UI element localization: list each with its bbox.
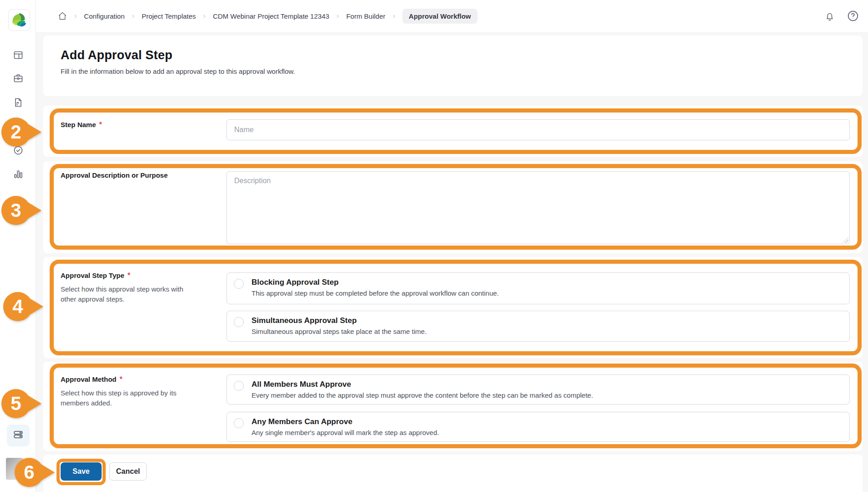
topbar-actions (824, 0, 859, 32)
save-button[interactable]: Save (61, 462, 102, 481)
page-header-card: Add Approval Step Fill in the informatio… (43, 36, 863, 96)
option-title: All Members Must Approve (252, 380, 351, 389)
radio-button-icon[interactable] (234, 279, 244, 289)
sidebar-item-reports-icon[interactable] (13, 169, 24, 179)
description-label: Approval Description or Purpose (61, 171, 211, 179)
sidebar-item-dashboard-icon[interactable] (13, 50, 24, 61)
breadcrumb-item-configuration[interactable]: Configuration (84, 12, 124, 20)
required-asterisk: * (120, 375, 123, 383)
radio-option-all-members-must-approve[interactable]: All Members Must Approve Every member ad… (226, 374, 850, 405)
topbar: › Configuration › Project Templates › CD… (0, 0, 868, 32)
description-textarea[interactable] (226, 171, 850, 244)
server-stack-icon (12, 429, 24, 442)
radio-button-icon[interactable] (234, 418, 244, 428)
radio-option-blocking-approval-step[interactable]: Blocking Approval Step This approval ste… (226, 272, 850, 304)
notifications-bell-icon[interactable] (824, 10, 835, 21)
section-description: Approval Description or Purpose (43, 161, 863, 253)
breadcrumb-item-template-name[interactable]: CDM Webinar Project Template 12343 (213, 12, 329, 20)
step-name-label: Step Name* (61, 121, 211, 129)
option-title: Blocking Approval Step (252, 278, 339, 287)
chevron-right-icon: › (393, 12, 395, 20)
option-description: Any single member's approval will mark t… (252, 429, 439, 436)
sidebar-item-projects-icon[interactable] (13, 73, 24, 84)
section-approval-method: Approval Method* Select how this step is… (43, 362, 863, 451)
section-step-name: Step Name* (43, 106, 863, 157)
option-title: Simultaneous Approval Step (252, 316, 357, 325)
breadcrumb: › Configuration › Project Templates › CD… (58, 0, 478, 32)
radio-button-icon[interactable] (234, 317, 244, 327)
required-asterisk: * (99, 121, 102, 128)
breadcrumb-item-approval-workflow: Approval Workflow (402, 9, 477, 24)
radio-option-any-members-can-approve[interactable]: Any Members Can Approve Any single membe… (226, 412, 850, 442)
radio-button-icon[interactable] (234, 381, 244, 391)
help-icon[interactable] (847, 10, 859, 22)
breadcrumb-item-form-builder[interactable]: Form Builder (346, 12, 385, 20)
app-logo[interactable] (8, 9, 30, 31)
app-window: › Configuration › Project Templates › CD… (0, 0, 868, 492)
sidebar-item-approvals-icon[interactable] (13, 145, 24, 156)
option-description: Simultaneous approval steps take place a… (252, 328, 426, 335)
required-asterisk: * (128, 272, 130, 279)
chevron-right-icon: › (74, 12, 77, 20)
option-description: This approval step must be completed bef… (252, 289, 499, 297)
option-title: Any Members Can Approve (252, 417, 352, 426)
chevron-right-icon: › (203, 12, 205, 20)
cancel-button[interactable]: Cancel (109, 462, 147, 481)
option-description: Every member added to the approval step … (252, 391, 593, 399)
section-approval-step-type: Approval Step Type* Select how this appr… (43, 257, 863, 358)
chevron-right-icon: › (337, 12, 339, 20)
chevron-right-icon: › (132, 12, 134, 20)
sidebar (0, 0, 36, 492)
page-subtitle: Fill in the information below to add an … (61, 67, 295, 75)
avatar[interactable] (6, 458, 23, 480)
home-icon[interactable] (58, 11, 67, 20)
page-title: Add Approval Step (61, 48, 172, 62)
step-type-help-text: Select how this approval step works with… (61, 284, 200, 304)
step-name-input[interactable] (226, 119, 850, 140)
breadcrumb-item-project-templates[interactable]: Project Templates (142, 12, 196, 20)
step-type-label: Approval Step Type* (61, 272, 211, 280)
form-footer: Save Cancel (43, 455, 863, 492)
method-help-text: Select how this step is approved by its … (61, 388, 200, 408)
radio-option-simultaneous-approval-step[interactable]: Simultaneous Approval Step Simultaneous … (226, 311, 850, 342)
method-label: Approval Method* (61, 375, 211, 384)
sidebar-item-environments[interactable] (7, 425, 30, 446)
sidebar-item-documents-icon[interactable] (13, 97, 24, 108)
